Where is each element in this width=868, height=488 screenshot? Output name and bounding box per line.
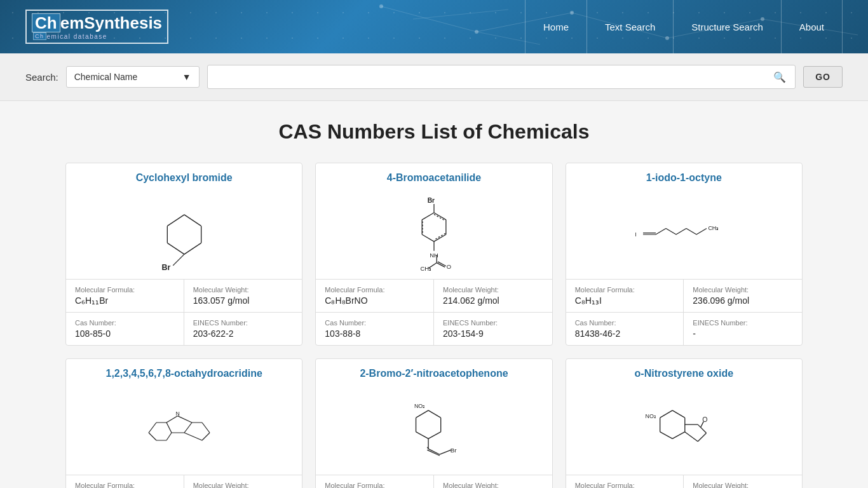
chem-card-image-3: N (66, 386, 302, 475)
svg-line-85 (685, 432, 698, 442)
svg-line-20 (434, 213, 446, 220)
mol-formula-cell-2: Molecular Formula: C₈H₁₃I (566, 280, 684, 313)
chem-card-data-1: Molecular Formula: C₈H₈BrNO Molecular We… (316, 279, 552, 345)
svg-point-7 (379, 4, 383, 8)
svg-line-42 (666, 228, 676, 234)
chem-card-image-2: I CH₃ (566, 190, 802, 279)
mol-weight-cell-0: Molecular Weight: 163.057 g/mol (184, 280, 302, 313)
page-title: CAS Numbers List of Chemicals (65, 120, 803, 144)
cas-cell-1: Cas Number: 103-88-8 (316, 313, 434, 345)
mol-formula-cell-5: Molecular Formula: C₈H₇NO₃ (566, 475, 684, 488)
svg-line-26 (434, 214, 444, 220)
nav-home[interactable]: Home (525, 0, 587, 53)
mol-formula-cell-1: Molecular Formula: C₈H₈BrNO (316, 280, 434, 313)
svg-line-73 (440, 450, 451, 454)
svg-line-57 (202, 433, 210, 440)
einecs-cell-0: EINECS Number: 203-622-2 (184, 313, 302, 345)
chem-card-title-0[interactable]: Cyclohexyl bromide (66, 163, 302, 190)
chevron-down-icon: ▼ (182, 72, 191, 82)
svg-line-45 (696, 228, 707, 234)
mol-weight-cell-3: Molecular Weight: 187.282 g/mol (184, 475, 302, 488)
svg-line-56 (202, 423, 210, 433)
nav-about[interactable]: About (782, 0, 843, 53)
svg-line-83 (698, 424, 707, 433)
mol-weight-cell-1: Molecular Weight: 214.062 g/mol (434, 280, 552, 313)
svg-text:O: O (447, 263, 451, 270)
mol-weight-cell-5: Molecular Weight: 165.147 g/mol (684, 475, 802, 488)
chem-card-title-3[interactable]: 1,2,3,4,5,6,7,8-octahydroacridine (66, 359, 302, 386)
svg-line-22 (434, 234, 446, 241)
svg-line-66 (416, 432, 429, 439)
svg-line-25 (422, 213, 434, 220)
svg-text:N: N (175, 410, 179, 417)
svg-line-18 (173, 254, 184, 266)
svg-line-43 (676, 228, 686, 234)
chem-card-data-4: Molecular Formula: C₈H₆BrNO₃ Molecular W… (316, 475, 552, 488)
chem-card-image-1: Br NH O CH₃ (316, 190, 552, 279)
svg-line-79 (660, 432, 673, 439)
svg-line-14 (184, 243, 201, 254)
main-nav: Home Text Search Structure Search About (525, 0, 843, 53)
chem-card-data-2: Molecular Formula: C₈H₁₃I Molecular Weig… (566, 279, 802, 345)
chem-card-title-1[interactable]: 4-Bromoacetanilide (316, 163, 552, 190)
mol-weight-cell-2: Molecular Weight: 236.096 g/mol (684, 280, 802, 313)
svg-text:Br: Br (428, 197, 435, 204)
svg-line-54 (184, 423, 192, 433)
search-input[interactable] (214, 72, 771, 82)
svg-text:NO₂: NO₂ (646, 413, 656, 419)
chem-card-title-4[interactable]: 2-Bromo-2′-nitroacetophenone (316, 359, 552, 386)
chem-card-data-5: Molecular Formula: C₈H₇NO₃ Molecular Wei… (566, 475, 802, 488)
search-bar: Search: Chemical Name ▼ 🔍 GO (0, 53, 868, 101)
site-logo[interactable]: ChemSynthesis Chemical database (25, 10, 168, 44)
chem-card-title-2[interactable]: 1-iodo-1-octyne (566, 163, 802, 190)
site-header: ChemSynthesis Chemical database Home Tex… (0, 0, 868, 53)
svg-line-27 (434, 233, 445, 240)
chem-card-2: 1-iodo-1-octyne I CH₃ (566, 163, 803, 346)
main-content: CAS Numbers List of Chemicals Cyclohexyl… (53, 101, 815, 488)
svg-line-48 (149, 423, 156, 433)
cas-cell-2: Cas Number: 81438-46-2 (566, 313, 684, 345)
chem-card-data-0: Molecular Formula: C₆H₁₁Br Molecular Wei… (66, 279, 302, 345)
search-label: Search: (25, 72, 58, 83)
chem-card-title-5[interactable]: o-Nitrostyrene oxide (566, 359, 802, 386)
svg-line-12 (184, 215, 201, 226)
chem-card-4: 2-Bromo-2′-nitroacetophenone (315, 358, 552, 488)
chem-card-0: Cyclohexyl bromide Br (65, 163, 302, 346)
svg-line-53 (149, 433, 156, 440)
go-button[interactable]: GO (803, 66, 843, 88)
svg-point-8 (475, 30, 478, 34)
search-input-wrapper: 🔍 (207, 65, 796, 89)
svg-text:Br: Br (451, 447, 458, 454)
nav-text-search[interactable]: Text Search (587, 0, 674, 53)
chem-card-data-3: Molecular Formula: C₁₃H₁₇N Molecular Wei… (66, 475, 302, 488)
svg-line-65 (428, 432, 441, 439)
svg-line-60 (166, 416, 178, 423)
svg-line-78 (673, 432, 686, 439)
svg-line-76 (673, 410, 686, 418)
svg-text:I: I (635, 231, 637, 238)
svg-line-61 (177, 416, 191, 423)
svg-line-50 (166, 423, 172, 433)
svg-line-44 (686, 228, 696, 234)
einecs-cell-2: EINECS Number: - (684, 313, 802, 345)
einecs-cell-1: EINECS Number: 203-154-9 (434, 313, 552, 345)
svg-line-6 (413, 10, 508, 19)
svg-line-41 (656, 228, 666, 234)
svg-line-0 (381, 6, 477, 32)
chem-card-1: 4-Bromoacetanilide (315, 163, 552, 346)
svg-line-23 (422, 234, 434, 241)
mol-formula-cell-0: Molecular Formula: C₆H₁₁Br (66, 280, 184, 313)
search-icon-button[interactable]: 🔍 (771, 71, 789, 83)
chem-card-5: o-Nitrostyrene oxide (566, 358, 803, 488)
search-type-dropdown[interactable]: Chemical Name ▼ (66, 66, 200, 88)
chem-card-3: 1,2,3,4,5,6,7,8-octahydroacridine (65, 358, 302, 488)
search-type-value: Chemical Name (74, 72, 138, 82)
svg-text:Br: Br (161, 263, 170, 272)
svg-line-84 (698, 433, 707, 441)
chem-card-image-4: Br NO₂ (316, 386, 552, 475)
chem-card-image-5: O NO₂ (566, 386, 802, 475)
nav-structure-search[interactable]: Structure Search (674, 0, 782, 53)
svg-line-63 (428, 410, 441, 418)
svg-line-58 (184, 433, 202, 440)
svg-line-81 (660, 410, 673, 418)
